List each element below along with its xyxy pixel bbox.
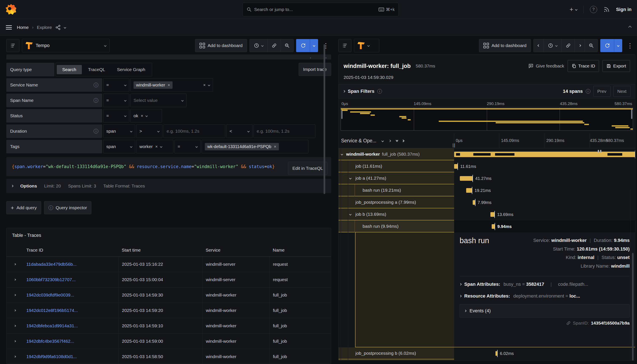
export-button[interactable]: Export xyxy=(602,60,630,72)
prev-span-button[interactable]: Prev xyxy=(593,86,610,97)
kebab-menu-icon[interactable]: ⋮ xyxy=(320,42,331,49)
give-feedback-button[interactable]: Give feedback xyxy=(528,63,564,69)
span-bar-cell[interactable]: 7.99ms xyxy=(454,196,635,208)
span-bar[interactable] xyxy=(496,351,497,356)
status-value-select[interactable]: ok × xyxy=(130,109,162,122)
outline-toggle-button[interactable] xyxy=(338,39,352,52)
add-query-button[interactable]: + Add query xyxy=(6,201,41,214)
expand-row-icon[interactable] xyxy=(14,325,16,327)
duration-max-input[interactable]: e.g. 100ms, 1.2s xyxy=(254,124,315,138)
expand-row-icon[interactable] xyxy=(14,340,16,342)
menu-icon[interactable] xyxy=(6,25,12,30)
service-name-operator-select[interactable]: = xyxy=(103,78,129,92)
close-icon[interactable]: × xyxy=(168,83,170,87)
span-bar-cell[interactable]: 41.27ms xyxy=(454,172,635,184)
table-row[interactable]: 11dabada33e479db56b... 2025-01-03 15:16:… xyxy=(6,257,331,272)
service-operation-header[interactable]: Service & Ope... xyxy=(341,138,376,144)
tab-traceql[interactable]: TraceQL xyxy=(83,65,111,74)
span-bar-cell[interactable]: 13.69ms xyxy=(454,208,635,220)
search-field[interactable] xyxy=(254,7,376,12)
close-icon[interactable]: × xyxy=(274,144,276,149)
trace-id-link[interactable]: 1060bbf732309b12707... xyxy=(23,277,118,282)
expand-row-icon[interactable] xyxy=(14,310,16,311)
duration-min-input[interactable]: e.g. 100ms, 1.2s xyxy=(164,124,225,138)
new-menu-button[interactable]: + xyxy=(570,6,577,13)
span-bar[interactable] xyxy=(492,224,495,229)
collapse-all-icon[interactable] xyxy=(396,140,398,142)
table-row[interactable]: 1942dbf9d9fa6108d0d1... 2025-01-03 14:58… xyxy=(6,349,331,364)
events-section[interactable]: Events (4) xyxy=(460,304,630,318)
span-name-value-select[interactable]: Select value xyxy=(130,94,186,107)
zoom-out-button[interactable] xyxy=(585,39,598,52)
chevron-down-icon[interactable] xyxy=(382,140,384,142)
run-query-interval-button[interactable] xyxy=(310,39,318,52)
kebab-menu-icon[interactable]: ⋮ xyxy=(625,42,635,49)
duration-scope-select[interactable]: span xyxy=(103,124,135,138)
span-row[interactable]: bash run (19.21ms) 19.21ms xyxy=(338,184,635,196)
trace-id-link[interactable]: 11dabada33e479db56b... xyxy=(23,262,118,267)
span-bar[interactable] xyxy=(490,212,495,217)
news-rss-icon[interactable] xyxy=(604,6,610,13)
expand-all-icon[interactable] xyxy=(403,140,404,142)
datasource-picker[interactable]: Tempo xyxy=(22,39,110,52)
trace-id-link[interactable]: 1942dbf9d9fa6108d0d1... xyxy=(23,354,118,359)
span-row[interactable]: job a (41.27ms) 41.27ms xyxy=(338,172,635,184)
next-span-button[interactable]: Next xyxy=(614,86,630,97)
expand-row-icon[interactable] xyxy=(14,294,16,296)
span-row[interactable]: job c (286.87ms) 286.87ms xyxy=(338,359,635,361)
span-row[interactable]: job (11.61ms) 11.61ms xyxy=(338,160,635,172)
breadcrumb-home[interactable]: Home xyxy=(17,25,29,30)
span-name-operator-select[interactable]: = xyxy=(103,94,129,107)
run-query-interval-button[interactable] xyxy=(614,39,622,52)
time-picker-button[interactable] xyxy=(544,39,562,52)
share-icon[interactable] xyxy=(55,25,61,30)
close-icon[interactable]: × xyxy=(141,114,143,118)
tab-search[interactable]: Search xyxy=(57,65,82,74)
col-trace-id[interactable]: Trace ID xyxy=(23,248,118,253)
span-bar[interactable] xyxy=(460,176,473,181)
duration-gt-select[interactable]: > xyxy=(136,124,162,138)
add-to-dashboard-button[interactable]: Add to dashboard xyxy=(195,39,247,52)
time-shift-right-button[interactable] xyxy=(574,39,585,52)
span-filters-bar[interactable]: Span Filters i 14 spans i Prev Next xyxy=(338,84,635,98)
duration-lt-select[interactable]: < xyxy=(226,124,252,138)
table-row[interactable]: 1942dc012e8f196b5174... 2025-01-03 14:59… xyxy=(6,303,331,318)
value-chip[interactable]: wk-default-133114d6a91e-PSPQb× xyxy=(205,143,279,150)
help-icon[interactable]: ? xyxy=(590,6,597,13)
edit-in-traceql-button[interactable]: Edit in TraceQL xyxy=(288,162,327,175)
table-row[interactable]: 1942dbfebca1d9914a31... 2025-01-03 14:59… xyxy=(6,318,331,334)
trace-id-link[interactable]: 1942dbfebca1d9914a31... xyxy=(23,323,118,328)
span-row[interactable]: job_postprocessing b (6.02ms) 6.02ms xyxy=(338,347,635,359)
span-bar-cell[interactable]: 6.02ms xyxy=(454,347,635,359)
chevron-right-icon[interactable] xyxy=(389,140,391,142)
link-split-button[interactable] xyxy=(268,39,280,52)
span-bar[interactable] xyxy=(466,188,472,193)
tags-key-select[interactable]: worker × xyxy=(136,140,174,153)
expand-row-icon[interactable] xyxy=(14,279,16,280)
chevron-down-icon[interactable] xyxy=(349,177,352,179)
span-attributes-row[interactable]: Span Attributes: busy_ns = 3582417 | cod… xyxy=(460,278,630,290)
span-bar-cell[interactable]: 19.21ms xyxy=(454,184,635,196)
span-row[interactable]: job b (13.69ms) 13.69ms xyxy=(338,208,635,220)
scrollbar[interactable] xyxy=(632,253,634,361)
col-service[interactable]: Service xyxy=(202,248,269,253)
trace-id-link[interactable]: 1942dc012e8f196b5174... xyxy=(23,308,118,313)
table-row[interactable]: 1942dc039dfdf9e0039... 2025-01-03 14:59:… xyxy=(6,288,331,303)
scrollbar[interactable] xyxy=(324,44,325,194)
clear-icon[interactable]: × xyxy=(203,83,206,87)
run-query-button[interactable] xyxy=(296,39,310,52)
trace-id-link[interactable]: 1942dbfc4be3567f462... xyxy=(23,339,118,344)
span-row-selected[interactable]: bash run (9.94ms) 9.94ms xyxy=(338,220,635,232)
time-picker-button[interactable] xyxy=(250,39,268,52)
trace-id-link[interactable]: 1942dc039dfdf9e0039... xyxy=(23,292,118,298)
chevron-down-icon[interactable] xyxy=(349,213,352,215)
add-to-dashboard-button[interactable]: Add to dashboard xyxy=(479,39,531,52)
datasource-picker[interactable] xyxy=(354,39,379,52)
import-trace-button[interactable]: Import trace xyxy=(299,63,331,76)
sign-in-button[interactable]: Sign in xyxy=(616,7,632,12)
col-name[interactable]: Name xyxy=(269,248,327,253)
resource-attributes-row[interactable]: Resource Attributes: deployment.environm… xyxy=(460,290,630,302)
run-query-button[interactable] xyxy=(600,39,614,52)
zoom-out-button[interactable] xyxy=(280,39,294,52)
service-name-value-select[interactable]: windmill-worker× × xyxy=(130,78,213,92)
